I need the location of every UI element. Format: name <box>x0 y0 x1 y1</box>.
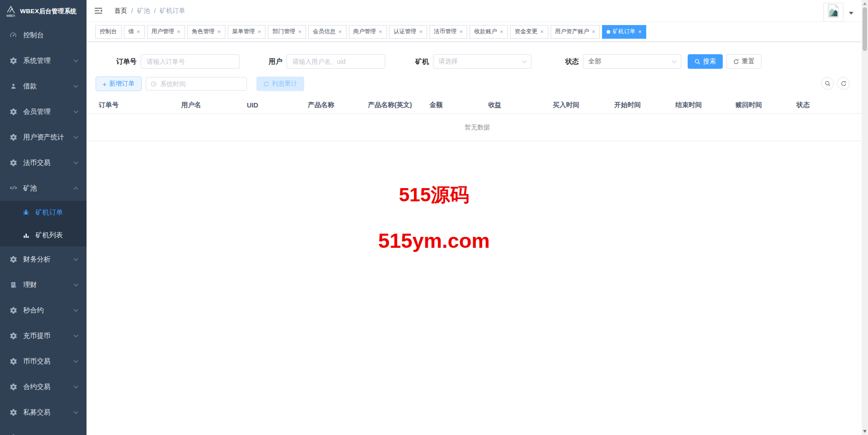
close-icon[interactable]: × <box>379 29 383 35</box>
app-logo[interactable]: WBEX WBEX后台管理系统 <box>0 0 87 22</box>
sidebar-item-spot-trade[interactable]: 币币交易 <box>0 348 87 374</box>
tab-fiat-mgmt[interactable]: 法币管理× <box>429 25 468 39</box>
scroll-down-arrow-icon[interactable] <box>863 430 867 433</box>
breadcrumb-mining-pool[interactable]: 矿池 <box>137 7 150 15</box>
close-icon[interactable]: × <box>177 29 181 35</box>
tab-label: 控制台 <box>100 28 117 36</box>
breadcrumb-current: 矿机订单 <box>160 7 185 15</box>
sidebar-item-label: 秒合约 <box>23 306 74 315</box>
close-icon[interactable]: × <box>638 29 642 35</box>
tab-user-mgmt[interactable]: 用户管理× <box>147 25 185 39</box>
close-icon[interactable]: × <box>217 29 221 35</box>
user-dropdown-caret-icon[interactable] <box>849 12 853 15</box>
chevron-down-icon <box>74 159 78 164</box>
user-input[interactable] <box>286 54 385 69</box>
column-header: 状态 <box>797 101 868 109</box>
status-select[interactable]: 全部 <box>583 54 681 69</box>
gear-icon <box>9 134 17 141</box>
sidebar-item-wealth[interactable]: 理财 <box>0 272 87 297</box>
sidebar-item-loans[interactable]: 借款 <box>0 73 87 99</box>
gear-icon <box>9 333 17 339</box>
tab-member-info[interactable]: 会员信息× <box>308 25 347 39</box>
search-icon <box>694 59 700 65</box>
tab-label: 资金变更 <box>515 28 537 36</box>
sidebar-item-label: 理财 <box>23 281 74 289</box>
sidebar-subitem-miner-orders[interactable]: 矿机订单 <box>0 201 87 224</box>
sidebar-item-fiat-trade[interactable]: 法币交易 <box>0 150 87 175</box>
tab-payment-account[interactable]: 收款账户× <box>470 25 508 39</box>
dashboard-icon <box>9 31 17 39</box>
tab-auth-mgmt[interactable]: 认证管理× <box>389 25 427 39</box>
close-icon[interactable]: × <box>258 29 261 35</box>
close-icon[interactable]: × <box>419 29 423 35</box>
sidebar-item-second-contract[interactable]: 秒合约 <box>0 297 87 323</box>
tab-loan[interactable]: 借× <box>124 25 145 39</box>
close-icon[interactable]: × <box>338 29 342 35</box>
sidebar-item-system-mgmt[interactable]: 系统管理 <box>0 48 87 73</box>
chevron-up-icon <box>74 187 78 191</box>
page-scrollbar[interactable] <box>862 0 868 435</box>
tab-dept-mgmt[interactable]: 部门管理× <box>268 25 306 39</box>
tab-label: 会员信息 <box>313 28 336 36</box>
tab-merchant-mgmt[interactable]: 商户管理× <box>349 25 387 39</box>
chevron-down-icon <box>672 58 677 63</box>
close-icon[interactable]: × <box>540 29 544 35</box>
column-header: 产品名称(英文) <box>368 101 429 109</box>
search-button[interactable]: 搜索 <box>688 54 723 69</box>
breadcrumb-home[interactable]: 首页 <box>114 7 127 15</box>
ledger-icon <box>9 281 17 288</box>
active-dot-icon <box>607 30 610 34</box>
sidebar-item-private-trade[interactable]: 私募交易 <box>0 399 87 425</box>
sidebar-item-label: 合约交易 <box>23 383 74 391</box>
hamburger-icon[interactable] <box>94 7 102 15</box>
chevron-down-icon <box>74 409 78 414</box>
close-icon[interactable]: × <box>500 29 503 35</box>
sidebar-subitem-miner-list[interactable]: 矿机列表 <box>0 224 87 246</box>
system-time-input[interactable] <box>160 80 242 87</box>
sidebar-item-dashboard[interactable]: 控制台 <box>0 22 87 48</box>
sidebar-item-label: 会员管理 <box>23 107 74 116</box>
refresh-icon <box>733 59 739 65</box>
system-time-picker[interactable] <box>146 77 247 91</box>
tab-miner-orders[interactable]: 矿机订单× <box>602 25 646 39</box>
sidebar: WBEX WBEX后台管理系统 控制台 系统管理 借款 <box>0 0 87 435</box>
column-search-button[interactable] <box>821 77 834 90</box>
sidebar-item-mining-pool[interactable]: </> 矿池 <box>0 175 87 201</box>
sidebar-subitem-label: 矿机订单 <box>36 208 77 217</box>
sidebar-item-deposit-withdraw[interactable]: 充币提币 <box>0 323 87 348</box>
sidebar-item-members[interactable]: 会员管理 <box>0 99 87 124</box>
tab-menu-mgmt[interactable]: 菜单管理× <box>228 25 266 39</box>
sidebar-item-contract-trade[interactable]: 合约交易 <box>0 374 87 399</box>
chevron-down-icon <box>74 256 78 261</box>
interest-recalc-button[interactable]: 利息重计 <box>256 77 304 91</box>
sidebar-item-partial[interactable] <box>0 425 87 435</box>
scroll-up-arrow-icon[interactable] <box>863 2 867 5</box>
column-header: UID <box>247 102 308 109</box>
miner-select[interactable]: 请选择 <box>433 54 531 69</box>
table-refresh-button[interactable] <box>837 77 850 90</box>
filter-order-no: 订单号 <box>116 54 240 69</box>
chevron-down-icon <box>74 358 78 363</box>
sidebar-item-label: 控制台 <box>23 31 77 40</box>
order-no-input[interactable] <box>141 54 240 69</box>
scrollbar-thumb[interactable] <box>863 7 867 51</box>
chevron-down-icon <box>74 134 78 138</box>
close-icon[interactable]: × <box>137 29 140 35</box>
sidebar-item-user-assets[interactable]: 用户资产统计 <box>0 124 87 150</box>
close-icon[interactable]: × <box>298 29 301 35</box>
reset-button[interactable]: 重置 <box>726 54 761 69</box>
close-icon[interactable]: × <box>592 29 596 35</box>
avatar[interactable] <box>823 3 843 22</box>
add-order-button[interactable]: + 新增订单 <box>96 77 142 91</box>
chevron-down-icon <box>74 83 78 87</box>
sidebar-item-finance-analysis[interactable]: 财务分析 <box>0 246 87 272</box>
close-icon[interactable]: × <box>460 29 463 35</box>
order-no-label: 订单号 <box>116 57 137 66</box>
tab-label: 认证管理 <box>393 28 416 36</box>
tab-user-asset-account[interactable]: 用户资产账户× <box>551 25 600 39</box>
tab-fund-change[interactable]: 资金变更× <box>510 25 548 39</box>
tab-console[interactable]: 控制台 <box>95 25 122 39</box>
tab-role-mgmt[interactable]: 角色管理× <box>187 25 225 39</box>
refresh-icon <box>841 81 847 87</box>
breadcrumb-separator: / <box>131 7 133 15</box>
